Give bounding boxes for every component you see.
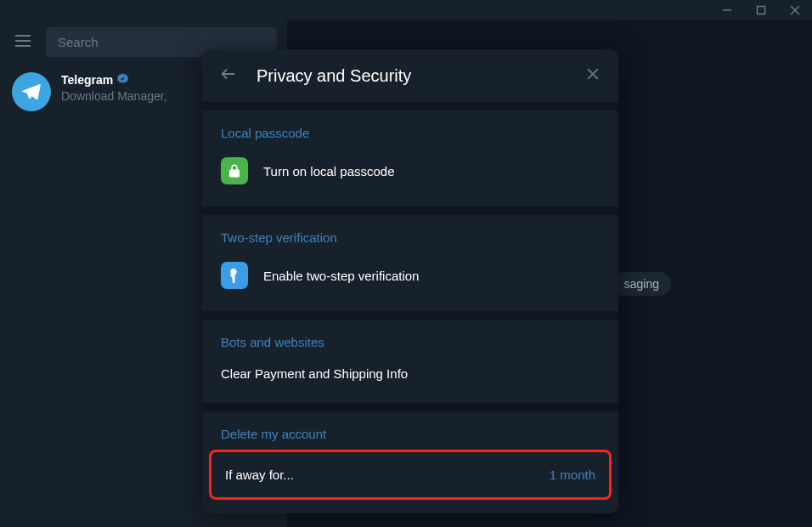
verified-icon — [116, 72, 129, 88]
background-badge: saging — [612, 272, 671, 296]
minimize-button[interactable] — [719, 2, 736, 19]
chat-name-label: Telegram — [61, 73, 113, 87]
close-icon[interactable] — [584, 65, 601, 86]
avatar — [12, 72, 51, 111]
lock-icon — [221, 157, 248, 184]
highlight-annotation: If away for... 1 month — [209, 450, 612, 500]
settings-modal: Privacy and Security Local passcode Turn… — [202, 49, 618, 513]
enable-two-step-label: Enable two-step verification — [263, 269, 419, 283]
key-icon — [221, 262, 248, 289]
section-title-bots: Bots and websites — [202, 333, 618, 358]
menu-icon[interactable] — [10, 28, 36, 57]
clear-payment-info-row[interactable]: Clear Payment and Shipping Info — [202, 358, 618, 389]
maximize-button[interactable] — [753, 2, 770, 19]
clear-payment-info-label: Clear Payment and Shipping Info — [221, 366, 408, 381]
window-titlebar — [0, 0, 812, 20]
turn-on-local-passcode-row[interactable]: Turn on local passcode — [202, 149, 618, 193]
section-title-local-passcode: Local passcode — [202, 124, 618, 149]
close-window-button[interactable] — [787, 2, 804, 19]
turn-on-local-passcode-label: Turn on local passcode — [263, 164, 395, 178]
section-title-delete-account: Delete my account — [202, 425, 618, 450]
back-icon[interactable] — [219, 65, 238, 87]
modal-title: Privacy and Security — [257, 66, 566, 86]
svg-rect-1 — [758, 7, 765, 14]
if-away-for-row[interactable]: If away for... 1 month — [211, 452, 609, 497]
if-away-for-label: If away for... — [225, 468, 294, 482]
if-away-for-value: 1 month — [550, 468, 595, 482]
enable-two-step-row[interactable]: Enable two-step verification — [202, 253, 618, 298]
section-title-two-step: Two-step verification — [202, 229, 618, 253]
